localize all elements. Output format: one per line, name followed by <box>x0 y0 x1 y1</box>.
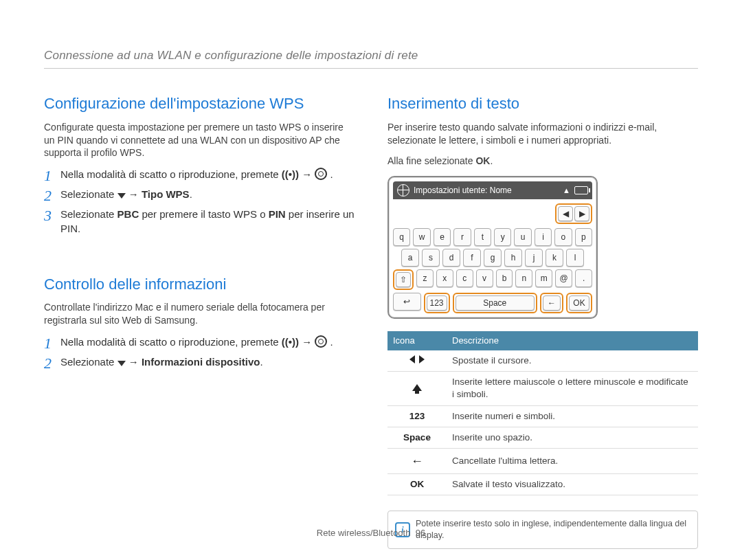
key-space[interactable]: Space <box>456 295 535 311</box>
key-m[interactable]: m <box>535 269 552 287</box>
arrow-icon: → <box>302 336 315 348</box>
section-wps-title: Configurazione dell'impostazione WPS <box>44 93 355 114</box>
wps-step1-text: Nella modalità di scatto o riproduzione,… <box>60 168 282 180</box>
gear-icon <box>315 335 327 348</box>
key-o[interactable]: o <box>554 228 572 246</box>
step-number-2: 2 <box>44 188 60 203</box>
ok-key-highlight: OK <box>566 293 592 313</box>
key-g[interactable]: g <box>484 249 502 267</box>
key-h[interactable]: h <box>504 249 522 267</box>
key-x[interactable]: x <box>436 269 453 287</box>
page-footer: Rete wireless/Bluetooth 96 <box>0 527 742 539</box>
backspace-key-highlight: ← <box>540 293 563 313</box>
key-z[interactable]: z <box>416 269 434 287</box>
key-d[interactable]: d <box>442 249 460 267</box>
shift-key-highlight: ⇧ <box>393 269 414 290</box>
key-v[interactable]: v <box>476 269 493 287</box>
section-text-body: Per inserire testo quando salvate inform… <box>387 121 698 147</box>
key-a[interactable]: a <box>401 249 419 267</box>
key-t[interactable]: t <box>474 228 491 246</box>
legend-icon-cell <box>387 372 447 405</box>
key-q[interactable]: q <box>393 228 410 246</box>
section-text-finish: Alla fine selezionate OK. <box>387 155 698 168</box>
info-step2-c: . <box>260 356 262 368</box>
legend-row: 123Inserite numeri e simboli. <box>387 405 698 427</box>
legend-row: Spostate il cursore. <box>387 350 698 372</box>
key-cursor-right[interactable]: ▶ <box>574 206 589 221</box>
globe-icon <box>397 184 409 197</box>
left-column: Configurazione dell'impostazione WPS Con… <box>44 93 355 549</box>
key-backspace[interactable]: ← <box>543 295 561 311</box>
key-j[interactable]: j <box>525 249 543 267</box>
section-info-title: Controllo delle informazioni <box>44 274 355 295</box>
key-p[interactable]: p <box>575 228 592 246</box>
cursor-keys-highlight: ◀ ▶ <box>555 203 592 224</box>
key-u[interactable]: u <box>514 228 531 246</box>
key-e[interactable]: e <box>434 228 451 246</box>
kb-row1: qwertyuiop <box>393 228 592 246</box>
legend-desc-cell: Inserite numeri e simboli. <box>447 405 698 427</box>
legend-desc-cell: Cancellate l'ultima lettera. <box>447 448 698 473</box>
step-number-1: 1 <box>44 168 60 183</box>
key-n[interactable]: n <box>515 269 532 287</box>
footer-page: 96 <box>416 528 425 538</box>
info-step1-tail: . <box>330 336 333 348</box>
footer-text: Rete wireless/Bluetooth <box>317 528 411 538</box>
gear-icon <box>315 168 327 180</box>
cursor-left-icon <box>409 355 415 363</box>
info-step2-a: Selezionate <box>60 356 117 368</box>
kb-titlebar: Impostazioni utente: Nome ▲ <box>393 181 592 199</box>
legend-desc-cell: Spostate il cursore. <box>447 350 698 372</box>
wps-step3-bold2: PIN <box>269 208 286 220</box>
wps-step1-tail: . <box>330 168 333 180</box>
step-number-1b: 1 <box>44 335 60 351</box>
section-wps-body: Configurate questa impostazione per prem… <box>44 121 355 160</box>
wps-step2-arrow: → <box>128 188 142 200</box>
wifi-icon: ((•)) <box>282 335 299 349</box>
step-number-2b: 2 <box>44 355 60 371</box>
legend-row: SpaceInserite uno spazio. <box>387 427 698 448</box>
info-step1: Nella modalità di scatto o riproduzione,… <box>60 335 355 349</box>
onscreen-keyboard: Impostazioni utente: Nome ▲ ◀ ▶ qwertyui… <box>387 176 598 319</box>
key-s[interactable]: s <box>422 249 440 267</box>
key-cursor-left[interactable]: ◀ <box>558 206 573 221</box>
key-r[interactable]: r <box>453 228 471 246</box>
arrow-icon: → <box>302 168 315 180</box>
key-k[interactable]: k <box>546 249 563 267</box>
wps-step3: Selezionate PBC per premere il tasto WPS… <box>60 208 355 236</box>
key-w[interactable]: w <box>413 228 430 246</box>
key-shift[interactable]: ⇧ <box>396 272 411 287</box>
wps-step3-bold1: PBC <box>117 208 139 220</box>
space-key-highlight: Space <box>453 293 538 313</box>
key-@[interactable]: @ <box>555 269 572 287</box>
wps-step1: Nella modalità di scatto o riproduzione,… <box>60 168 355 181</box>
section-text-title: Inserimento di testo <box>387 93 698 114</box>
step-number-3: 3 <box>44 208 60 223</box>
right-column: Inserimento di testo Per inserire testo … <box>387 93 698 549</box>
legend-desc-cell: Inserite lettere maiuscole o lettere min… <box>447 372 698 405</box>
key-f[interactable]: f <box>463 249 481 267</box>
chevron-down-icon <box>117 193 126 199</box>
key-ok[interactable]: OK <box>569 295 589 311</box>
finish-b: . <box>490 155 493 166</box>
finish-a: Alla fine selezionate <box>387 155 475 166</box>
key-123[interactable]: 123 <box>427 295 447 311</box>
legend-header-desc: Descrizione <box>447 331 698 350</box>
section-info-body: Controllate l'indirizzo Mac e il numero … <box>44 301 355 327</box>
info-step2: Selezionate → Informazioni dispositivo. <box>60 355 355 369</box>
kb-row3-letters: zxcvbnm@. <box>416 269 592 290</box>
key-l[interactable]: l <box>566 249 584 267</box>
key-b[interactable]: b <box>496 269 513 287</box>
wifi-icon: ((•)) <box>282 168 299 181</box>
key-return[interactable]: ↩ <box>393 293 421 311</box>
finish-bold: OK <box>475 155 490 166</box>
wps-step3-b: per premere il tasto WPS o <box>142 208 268 220</box>
legend-desc-cell: Inserite uno spazio. <box>447 427 698 448</box>
key-c[interactable]: c <box>456 269 473 287</box>
legend-icon-cell: OK <box>387 474 447 495</box>
key-i[interactable]: i <box>535 228 552 246</box>
wps-step2-c: . <box>190 188 192 200</box>
key-y[interactable]: y <box>494 228 511 246</box>
kb-row3: ⇧ zxcvbnm@. <box>393 269 592 290</box>
key-.[interactable]: . <box>575 269 592 287</box>
